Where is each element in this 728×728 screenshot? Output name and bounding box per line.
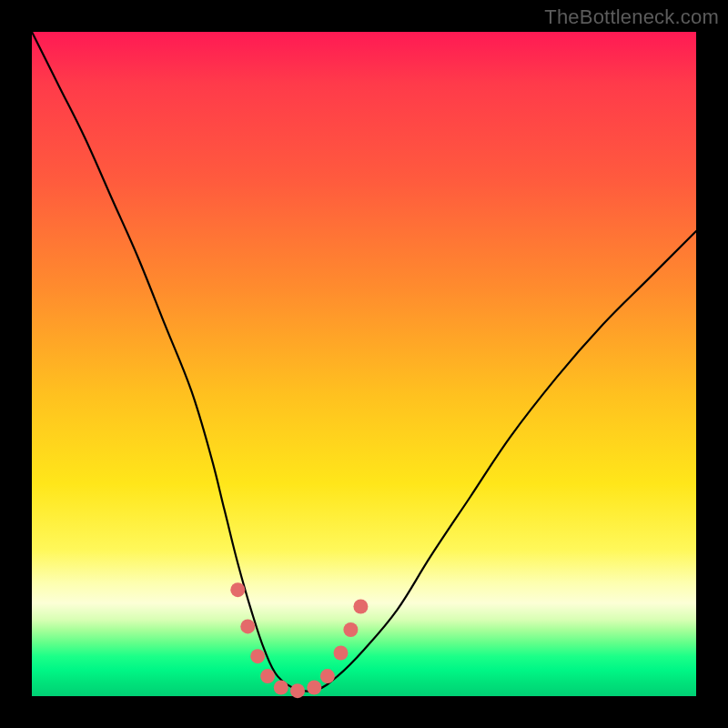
curve-marker — [240, 619, 255, 633]
curve-marker — [290, 683, 305, 698]
curve-marker — [320, 669, 335, 683]
curve-marker — [274, 681, 288, 695]
chart-frame: TheBottleneck.com — [0, 0, 728, 728]
curve-marker — [230, 582, 245, 597]
plot-area — [32, 32, 696, 696]
curve-layer — [32, 32, 696, 696]
bottleneck-curve — [32, 32, 696, 692]
curve-marker — [260, 669, 275, 683]
curve-marker — [353, 600, 368, 614]
curve-marker — [250, 649, 265, 663]
curve-markers — [230, 582, 368, 698]
curve-marker — [343, 622, 358, 637]
curve-marker — [334, 646, 349, 661]
curve-marker — [307, 681, 321, 695]
watermark-text: TheBottleneck.com — [544, 5, 719, 29]
